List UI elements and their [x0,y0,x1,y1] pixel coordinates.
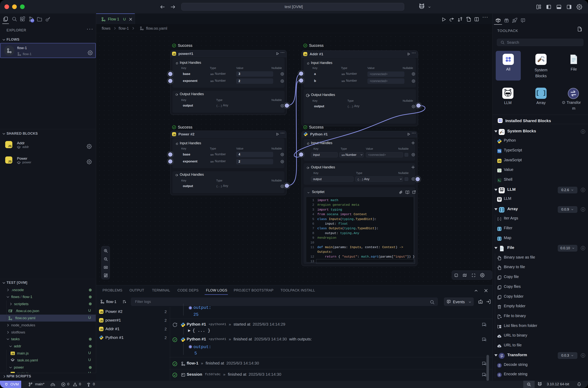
svg-text:JS: JS [498,160,501,162]
svg-text:x: x [499,218,500,220]
svg-text:TS: TS [498,150,501,153]
